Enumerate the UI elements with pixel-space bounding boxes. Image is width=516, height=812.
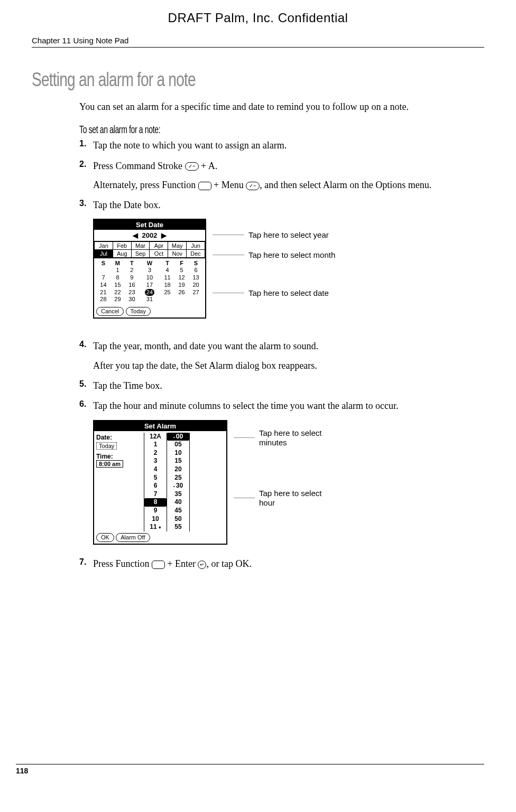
dow-s2: S xyxy=(189,259,203,267)
hour-cell[interactable]: 12A xyxy=(144,433,167,441)
hour-cell[interactable]: 6 xyxy=(144,482,167,490)
step-7-num: 7. xyxy=(79,557,93,570)
dow-m: M xyxy=(110,259,125,267)
step-1-num: 1. xyxy=(79,139,93,152)
cal-cell[interactable]: 23 xyxy=(125,289,139,296)
cal-cell[interactable]: 15 xyxy=(110,282,125,289)
month-dec[interactable]: Dec xyxy=(187,250,205,258)
step-4-text: Tap the year, month, and date you want t… xyxy=(93,341,318,351)
alarm-off-button[interactable]: Alarm Off xyxy=(116,533,150,542)
hour-cell[interactable]: 2 xyxy=(144,449,167,458)
hour-cell[interactable]: 5 xyxy=(144,474,167,482)
month-may[interactable]: May xyxy=(168,242,187,250)
month-apr[interactable]: Apr xyxy=(150,242,168,250)
cancel-button[interactable]: Cancel xyxy=(96,307,124,316)
alarm-date-value[interactable]: Today xyxy=(96,442,117,450)
calendar-grid[interactable]: S M T W T F S 123456 78910111213 1415161… xyxy=(94,258,205,305)
month-feb[interactable]: Feb xyxy=(113,242,131,250)
month-mar[interactable]: Mar xyxy=(131,242,150,250)
minute-cell[interactable]: 15 xyxy=(167,457,189,465)
hour-cell[interactable]: 3 xyxy=(144,457,167,465)
cal-cell-selected[interactable]: 24 xyxy=(139,289,160,296)
hour-column[interactable]: 12A 1 2 3 4 5 6 7 8 9 10 11 ♦ xyxy=(144,433,167,531)
minute-cell-selected[interactable]: 00 xyxy=(167,433,189,441)
cal-cell[interactable]: 19 xyxy=(174,282,189,289)
cal-cell[interactable] xyxy=(189,296,203,303)
cal-cell[interactable]: 1 xyxy=(110,267,125,274)
cal-cell[interactable]: 18 xyxy=(160,282,174,289)
hour-cell[interactable]: 7 xyxy=(144,490,167,499)
hour-cell[interactable]: 11 ♦ xyxy=(144,523,167,531)
cal-cell[interactable]: 4 xyxy=(160,267,174,274)
cal-cell[interactable]: 28 xyxy=(96,296,110,303)
cal-cell[interactable]: 9 xyxy=(125,274,139,282)
minute-cell[interactable]: 25 xyxy=(167,474,189,482)
minute-cell[interactable]: 05 xyxy=(167,441,189,449)
year-selector[interactable]: ◀ 2002 ▶ xyxy=(94,230,205,241)
callout-year: Tap here to select year xyxy=(248,230,329,239)
minute-cell[interactable]: 45 xyxy=(167,507,189,515)
scroll-down-icon[interactable]: ♦ xyxy=(159,525,161,530)
dow-t: T xyxy=(125,259,139,267)
minute-cell[interactable]: 50 xyxy=(167,515,189,524)
cal-cell[interactable] xyxy=(96,267,110,274)
month-jul[interactable]: Jul xyxy=(95,250,113,258)
function-key-icon xyxy=(152,561,165,569)
cal-cell[interactable]: 8 xyxy=(110,274,125,282)
cal-cell[interactable]: 2 xyxy=(125,267,139,274)
month-oct[interactable]: Oct xyxy=(150,250,168,258)
step-7-text: Press Function + Enter ↵, or tap OK. xyxy=(93,557,484,570)
month-grid[interactable]: Jan Feb Mar Apr May Jun Jul Aug Sep Oct … xyxy=(94,241,205,258)
cal-cell[interactable]: 12 xyxy=(174,274,189,282)
cal-cell[interactable]: 27 xyxy=(189,289,203,296)
cal-cell[interactable]: 10 xyxy=(139,274,160,282)
minute-cell[interactable]: 55 xyxy=(167,523,189,531)
cal-cell[interactable]: 29 xyxy=(110,296,125,303)
hour-cell[interactable]: 9 xyxy=(144,507,167,515)
month-sep[interactable]: Sep xyxy=(131,250,150,258)
cal-cell[interactable]: 20 xyxy=(189,282,203,289)
callout-month: Tap here to select month xyxy=(248,250,335,259)
minute-column[interactable]: 00 05 10 15 20 25 30 35 40 45 50 55 xyxy=(167,433,190,531)
cal-cell[interactable]: 7 xyxy=(96,274,110,282)
month-nov[interactable]: Nov xyxy=(168,250,187,258)
year-prev-icon[interactable]: ◀ xyxy=(133,231,138,239)
month-jan[interactable]: Jan xyxy=(95,242,113,250)
hour-cell[interactable]: 10 xyxy=(144,515,167,524)
cal-cell[interactable]: 11 xyxy=(160,274,174,282)
hour-cell[interactable]: 4 xyxy=(144,465,167,474)
month-jun[interactable]: Jun xyxy=(187,242,205,250)
cal-cell[interactable] xyxy=(174,296,189,303)
cal-cell[interactable]: 6 xyxy=(189,267,203,274)
step-3-num: 3. xyxy=(79,199,93,211)
cal-cell[interactable]: 3 xyxy=(139,267,160,274)
cal-cell[interactable] xyxy=(160,296,174,303)
ok-button[interactable]: OK xyxy=(96,533,114,542)
cal-cell[interactable]: 17 xyxy=(139,282,160,289)
cal-cell[interactable]: 16 xyxy=(125,282,139,289)
cal-cell[interactable]: 30 xyxy=(125,296,139,303)
today-button[interactable]: Today xyxy=(126,307,151,316)
section-subhead: To set an alarm for a note: xyxy=(79,124,363,136)
cal-cell[interactable]: 31 xyxy=(139,296,160,303)
minute-cell[interactable]: 20 xyxy=(167,465,189,474)
function-key-icon xyxy=(198,182,211,190)
cal-cell[interactable]: 14 xyxy=(96,282,110,289)
hour-cell-selected[interactable]: 8 xyxy=(144,498,167,507)
cal-cell[interactable]: 26 xyxy=(174,289,189,296)
hour-cell[interactable]: 1 xyxy=(144,441,167,449)
alarm-time-value[interactable]: 8:00 am xyxy=(96,460,123,468)
step-2-alt-post: , and then select Alarm on the Options m… xyxy=(260,180,431,190)
year-next-icon[interactable]: ▶ xyxy=(161,231,167,239)
cal-cell[interactable]: 22 xyxy=(110,289,125,296)
enter-key-icon: ↵ xyxy=(198,561,206,569)
cal-cell[interactable]: 21 xyxy=(96,289,110,296)
minute-cell[interactable]: 30 xyxy=(167,482,189,490)
cal-cell[interactable]: 13 xyxy=(189,274,203,282)
minute-cell[interactable]: 35 xyxy=(167,490,189,499)
cal-cell[interactable]: 25 xyxy=(160,289,174,296)
cal-cell[interactable]: 5 xyxy=(174,267,189,274)
minute-cell[interactable]: 40 xyxy=(167,498,189,507)
month-aug[interactable]: Aug xyxy=(113,250,131,258)
minute-cell[interactable]: 10 xyxy=(167,449,189,458)
